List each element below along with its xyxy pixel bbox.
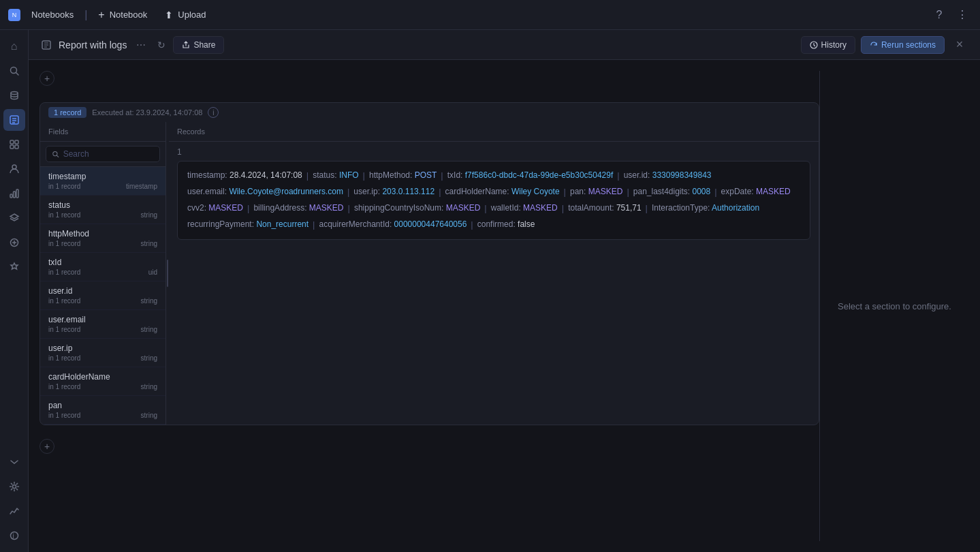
svg-rect-10	[15, 145, 18, 149]
walletid-val: MASKED	[523, 203, 558, 213]
txid-field: txId: f7f586c0-dbdc-47da-99de-e5b30c5042…	[447, 168, 614, 183]
sidebar-item-analytics[interactable]	[3, 500, 25, 522]
sidebar-item-settings2[interactable]	[3, 256, 25, 278]
field-record-count: in 1 record	[48, 354, 80, 362]
sidebar-item-layers[interactable]	[3, 207, 25, 229]
userip-field: user.ip: 203.0.113.112	[353, 185, 434, 200]
txid-val: f7f586c0-dbdc-47da-99de-e5b30c50429f	[465, 170, 614, 180]
sidebar-item-notebooks[interactable]	[3, 109, 25, 131]
httpmethod-val: POST	[415, 170, 437, 180]
add-cell-bottom-button[interactable]: +	[39, 439, 54, 454]
svg-line-25	[57, 155, 59, 157]
field-item[interactable]: pan in 1 record string	[40, 396, 165, 425]
field-item[interactable]: timestamp in 1 record timestamp	[40, 167, 165, 196]
record-number: 1	[177, 147, 810, 157]
sep1: |	[306, 168, 309, 183]
field-item[interactable]: cardHolderName in 1 record string	[40, 367, 165, 396]
sep12: |	[484, 201, 486, 216]
sidebar-item-help[interactable]: i	[3, 525, 25, 547]
records-header: Records	[169, 122, 819, 142]
sep14: |	[646, 201, 648, 216]
field-item[interactable]: user.email in 1 record string	[40, 310, 165, 339]
timestamp-val: 28.4.2024, 14:07:08	[230, 170, 302, 180]
sep3: |	[441, 168, 443, 183]
cardholder-val: Wiley Coyote	[511, 187, 560, 196]
fields-panel: Fields	[40, 122, 166, 425]
field-item[interactable]: txId in 1 record uid	[40, 253, 165, 281]
txid-key: txId:	[447, 170, 463, 180]
sidebar-item-users[interactable]	[3, 158, 25, 180]
sidebar-item-chart[interactable]	[3, 183, 25, 204]
httpmethod-field: httpMethod: POST	[369, 168, 437, 183]
sidebar-item-settings[interactable]	[3, 476, 25, 497]
history-button[interactable]: History	[801, 36, 855, 54]
field-meta: in 1 record timestamp	[48, 183, 157, 190]
svg-point-2	[11, 92, 18, 95]
pan-field: pan: MASKED	[570, 185, 622, 200]
divider-handle[interactable]	[166, 122, 169, 425]
field-item[interactable]: httpMethod in 1 record string	[40, 224, 165, 253]
field-record-count: in 1 record	[48, 240, 80, 247]
sep4: |	[617, 168, 619, 183]
sidebar-item-search[interactable]	[3, 60, 25, 82]
svg-rect-14	[16, 189, 18, 198]
notebook-title: Report with logs	[59, 40, 127, 50]
info-icon[interactable]: i	[208, 107, 219, 118]
rerun-label: Rerun sections	[881, 40, 936, 50]
interactiontype-key: InteractionType:	[652, 203, 710, 213]
field-record-count: in 1 record	[48, 383, 80, 390]
search-input-wrap[interactable]	[46, 146, 160, 162]
notebooks-label: Notebooks	[31, 10, 74, 20]
cell-block: 1 record Executed at: 23.9.2024, 14:07:0…	[39, 102, 819, 425]
plus-icon: +	[98, 9, 104, 21]
confirmed-val: false	[518, 219, 535, 229]
more-options-button[interactable]: ⋮	[953, 5, 972, 25]
close-button[interactable]: ×	[950, 35, 969, 55]
sidebar-item-database[interactable]	[3, 85, 25, 106]
recurring-key: recurringPayment:	[187, 219, 254, 229]
sidebar-item-home[interactable]: ⌂	[3, 35, 25, 57]
pan-val: MASKED	[588, 187, 623, 196]
status-key: status:	[313, 170, 336, 180]
sidebar-item-api[interactable]	[3, 232, 25, 254]
rerun-button[interactable]: Rerun sections	[861, 36, 945, 54]
field-item[interactable]: status in 1 record string	[40, 196, 165, 224]
field-meta: in 1 record string	[48, 211, 157, 219]
sep2: |	[363, 168, 365, 183]
search-input[interactable]	[63, 149, 154, 159]
field-type: timestamp	[126, 183, 157, 190]
recurring-field: recurringPayment: Non_recurrent	[187, 217, 309, 232]
field-name: status	[48, 200, 157, 210]
configure-message: Select a section to configure.	[838, 301, 951, 311]
recurring-val: Non_recurrent	[256, 219, 309, 229]
sep11: |	[348, 201, 350, 216]
notebooks-icon: N	[8, 9, 20, 21]
field-name: cardHolderName	[48, 372, 157, 382]
walletid-key: walletId:	[491, 203, 521, 213]
new-notebook-button[interactable]: + Notebook	[91, 5, 154, 25]
upload-icon: ⬆	[165, 10, 173, 20]
add-cell-top-button[interactable]: +	[39, 71, 54, 86]
field-item[interactable]: user.id in 1 record string	[40, 281, 165, 310]
help-icon-button[interactable]: ?	[930, 5, 949, 25]
panlast4-key: pan_last4digits:	[633, 187, 690, 196]
field-record-count: in 1 record	[48, 269, 80, 276]
field-item[interactable]: user.ip in 1 record string	[40, 339, 165, 367]
status-val: INFO	[339, 170, 359, 180]
topbar: N Notebooks | + Notebook ⬆ Upload ? ⋮	[0, 0, 980, 30]
panlast4-val: 0008	[693, 187, 711, 196]
upload-button[interactable]: ⬆ Upload	[158, 6, 212, 24]
useremail-field: user.email: Wile.Coyote@roadrunners.com	[187, 185, 343, 200]
more-button[interactable]: ⋯	[132, 36, 150, 54]
add-cell-bottom: +	[39, 433, 819, 465]
sidebar-item-grid[interactable]	[3, 134, 25, 155]
share-button[interactable]: Share	[173, 36, 224, 54]
notebook-actions: ⋯ ↻ Share	[132, 36, 224, 54]
field-record-count: in 1 record	[48, 297, 80, 305]
notebooks-button[interactable]: Notebooks	[25, 6, 80, 23]
refresh-button[interactable]: ↻	[153, 36, 170, 54]
sidebar-item-expand[interactable]	[3, 451, 25, 473]
sep9: |	[714, 185, 716, 200]
svg-line-1	[16, 73, 18, 76]
sep6: |	[439, 185, 441, 200]
